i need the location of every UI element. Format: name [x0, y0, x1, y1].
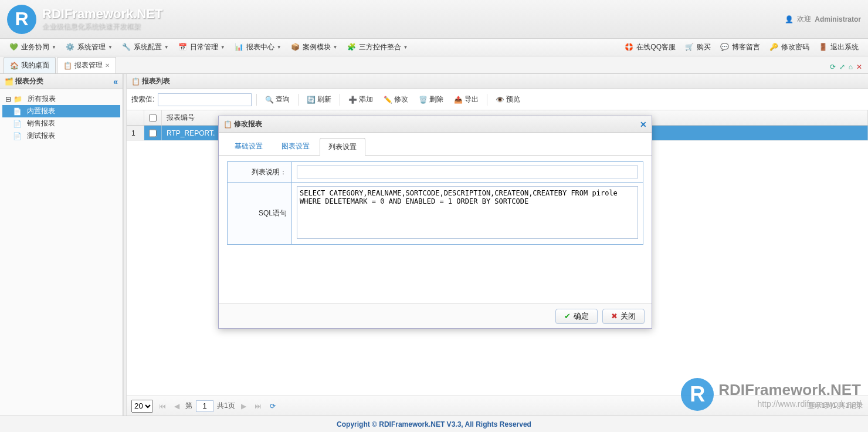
col-rownum	[127, 110, 144, 125]
copyright: Copyright © RDIFramework.NET V3.3, All R…	[337, 420, 531, 428]
col-checkbox	[144, 110, 162, 125]
dialog-tab-basic[interactable]: 基础设置	[226, 137, 272, 155]
app-subtitle: 企业级信息化系统快速开发框架	[42, 22, 162, 32]
tab-report-manage[interactable]: 📋报表管理✕	[57, 57, 116, 73]
tree-node-sales[interactable]: 📄 销售报表	[2, 117, 120, 130]
sql-textarea[interactable]: SELECT CATEGORY,REALNAME,SORTCODE,DESCRI…	[297, 186, 638, 239]
menu-buy[interactable]: 🛒购买	[680, 40, 716, 55]
check-icon: ✔	[564, 312, 571, 320]
menu-thirdparty[interactable]: 🧩三方控件整合▼	[343, 40, 413, 55]
app-title: RDIFramework.NET	[42, 6, 162, 22]
sidebar-title: 报表分类	[15, 76, 43, 86]
welcome-label: 欢迎	[797, 14, 811, 24]
export-icon: 📤	[454, 96, 463, 104]
app-header: R RDIFramework.NET 企业级信息化系统快速开发框架 👤 欢迎 A…	[0, 0, 868, 39]
main-menubar: 💚业务协同▼ ⚙️系统管理▼ 🔧系统配置▼ 📅日常管理▼ 📊报表中心▼ 📦案例模…	[0, 39, 868, 56]
search-button[interactable]: 🔍查询	[262, 93, 293, 106]
page-next-icon[interactable]: ▶	[239, 401, 249, 411]
delete-button[interactable]: 🗑️删除	[415, 93, 447, 106]
edit-button[interactable]: ✏️修改	[380, 93, 412, 106]
page-first-icon[interactable]: ⏮	[157, 401, 168, 411]
ok-button[interactable]: ✔确定	[555, 309, 598, 324]
menu-system-config[interactable]: 🔧系统配置▼	[117, 40, 174, 55]
user-icon: 👤	[785, 15, 794, 23]
menu-case[interactable]: 📦案例模块▼	[286, 40, 343, 55]
tab-tool-home-icon[interactable]: ⌂	[849, 63, 853, 71]
page-size-select[interactable]: 20	[131, 400, 153, 413]
exit-icon: 🚪	[819, 43, 828, 52]
page-prev-icon[interactable]: ◀	[172, 401, 182, 411]
page-reload-icon[interactable]: ⟳	[267, 401, 278, 411]
key-icon: 🔑	[769, 43, 779, 52]
delete-icon: 🗑️	[419, 96, 428, 104]
pager: 20 ⏮ ◀ 第 共1页 ▶ ⏭ ⟳ 显示1到1,共1记录	[127, 396, 868, 416]
menu-daily[interactable]: 📅日常管理▼	[174, 40, 230, 55]
chart-icon: 📊	[235, 43, 244, 52]
logo-icon: R	[7, 5, 36, 34]
sidebar-header: 🗂️ 报表分类 «	[0, 74, 123, 89]
footer: Copyright © RDIFramework.NET V3.3, All R…	[0, 416, 868, 432]
row-checkbox[interactable]	[149, 129, 157, 137]
dialog-close-icon[interactable]: ✕	[640, 120, 647, 129]
list-icon: 📋	[131, 77, 140, 86]
report-icon: 📋	[63, 62, 72, 70]
tab-close-icon[interactable]: ✕	[105, 62, 110, 69]
tab-tool-refresh-icon[interactable]: ⟳	[830, 63, 836, 71]
menu-system-manage[interactable]: ⚙️系统管理▼	[61, 40, 117, 55]
dialog-icon: 📋	[223, 120, 232, 129]
logo-block: R RDIFramework.NET 企业级信息化系统快速开发框架	[7, 5, 162, 34]
main-panel-header: 📋 报表列表	[127, 74, 868, 89]
support-icon: 🛟	[625, 43, 634, 52]
export-button[interactable]: 📤导出	[450, 93, 482, 106]
refresh-icon: 🔄	[307, 96, 316, 104]
menu-blog[interactable]: 💬博客留言	[716, 40, 765, 55]
menu-qq[interactable]: 🛟在线QQ客服	[620, 40, 680, 55]
tree-node-test[interactable]: 📄 测试报表	[2, 130, 120, 142]
tab-desktop[interactable]: 🏠我的桌面	[4, 57, 56, 73]
doc-icon: 📄	[13, 107, 22, 116]
dialog-buttons: ✔确定 ✖关闭	[219, 303, 652, 328]
tab-tool-fullscreen-icon[interactable]: ⤢	[839, 63, 845, 71]
home-icon: 🏠	[10, 62, 19, 70]
page-info: 显示1到1,共1记录	[808, 401, 863, 411]
cancel-icon: ✖	[611, 312, 618, 320]
form-table: 列表说明： SQL语句 SELECT CATEGORY,REALNAME,SOR…	[227, 161, 643, 245]
menu-report[interactable]: 📊报表中心▼	[230, 40, 286, 55]
desc-input[interactable]	[297, 166, 638, 178]
page-current-input[interactable]	[196, 400, 213, 412]
tree-collapse-icon[interactable]: ⊟	[5, 95, 12, 103]
dialog-titlebar[interactable]: 📋 修改报表 ✕	[219, 116, 652, 133]
gear-icon: ⚙️	[66, 43, 75, 52]
close-button[interactable]: ✖关闭	[602, 309, 645, 324]
plugin-icon: 🧩	[347, 43, 357, 52]
sql-label: SQL语句	[228, 183, 292, 245]
menu-business[interactable]: 💚业务协同▼	[5, 40, 61, 55]
select-all-checkbox[interactable]	[149, 114, 157, 122]
dialog-body: 列表说明： SQL语句 SELECT CATEGORY,REALNAME,SOR…	[219, 156, 652, 251]
header-user-area: 👤 欢迎 Administrator	[785, 14, 861, 24]
edit-report-dialog: 📋 修改报表 ✕ 基础设置 图表设置 列表设置 列表说明： SQL语句 SELE…	[218, 116, 652, 329]
user-name: Administrator	[815, 15, 861, 23]
toolbar: 搜索值: 🔍查询 🔄刷新 ➕添加 ✏️修改 🗑️删除 📤导出 👁️预览	[127, 89, 868, 110]
page-label-prefix: 第	[185, 401, 192, 411]
page-last-icon[interactable]: ⏭	[252, 401, 264, 411]
calendar-icon: 📅	[178, 43, 188, 52]
tab-tool-close-icon[interactable]: ✕	[856, 63, 862, 71]
menu-logout[interactable]: 🚪退出系统	[814, 40, 863, 55]
dialog-tab-chart[interactable]: 图表设置	[273, 137, 318, 155]
page-tabbar: 🏠我的桌面 📋报表管理✕ ⟳ ⤢ ⌂ ✕	[0, 56, 868, 74]
preview-button[interactable]: 👁️预览	[492, 93, 524, 106]
cart-icon: 🛒	[685, 43, 694, 52]
tree-node-builtin[interactable]: 📄 内置报表	[2, 105, 120, 117]
menu-password[interactable]: 🔑修改密码	[765, 40, 814, 55]
search-icon: 🔍	[265, 96, 274, 104]
row-checkbox-cell	[144, 126, 162, 140]
dialog-tab-list[interactable]: 列表设置	[320, 138, 365, 156]
tree-root[interactable]: ⊟📁 所有报表	[2, 93, 120, 105]
desc-label: 列表说明：	[228, 162, 292, 183]
search-input[interactable]	[158, 93, 252, 106]
box-icon: 📦	[291, 43, 300, 52]
refresh-button[interactable]: 🔄刷新	[303, 93, 335, 106]
collapse-left-icon[interactable]: «	[113, 77, 118, 86]
add-button[interactable]: ➕添加	[345, 93, 377, 106]
